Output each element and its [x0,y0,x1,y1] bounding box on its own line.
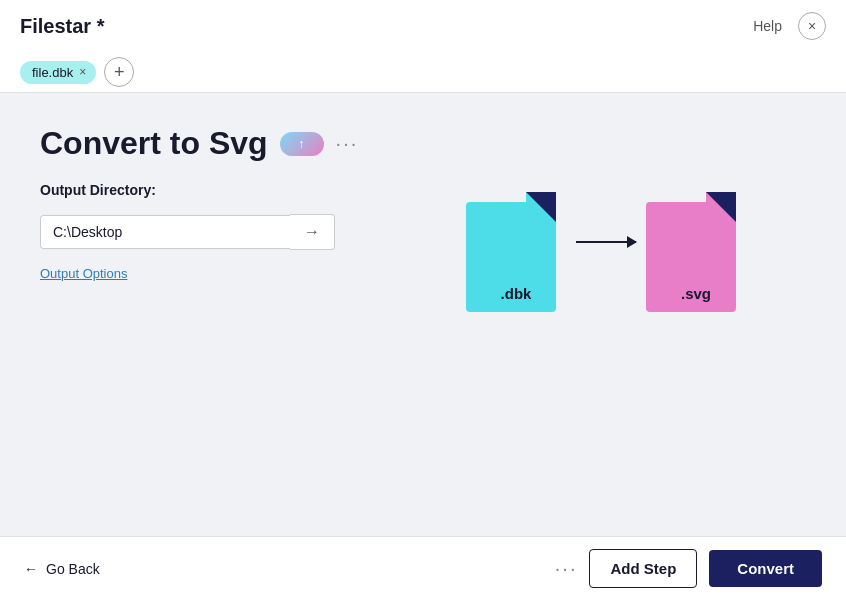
arrow-connector [576,241,636,243]
output-dir-input-row: → [40,214,340,250]
convert-button[interactable]: Convert [709,550,822,587]
upload-toggle[interactable]: ↑ [280,132,324,156]
source-corner-shape [526,192,556,222]
file-tab-label: file.dbk [32,65,73,80]
page-more-dots[interactable]: ··· [336,132,359,155]
go-back-button[interactable]: ← Go Back [24,561,100,577]
upload-arrow-icon: ↑ [298,136,305,151]
output-dir-label: Output Directory: [40,182,340,198]
browse-button[interactable]: → [290,214,335,250]
header-top: Filestar * Help × [20,0,826,52]
source-file-label: .dbk [466,285,566,302]
output-options-link[interactable]: Output Options [40,266,127,281]
footer: ← Go Back ··· Add Step Convert [0,536,846,600]
help-link[interactable]: Help [753,18,782,34]
header: Filestar * Help × file.dbk × + [0,0,846,93]
add-step-button[interactable]: Add Step [589,549,697,588]
page-title: Convert to Svg [40,125,268,162]
left-panel: Output Directory: → Output Options [40,182,340,281]
header-right: Help × [753,12,826,40]
close-button[interactable]: × [798,12,826,40]
add-tab-button[interactable]: + [104,57,134,87]
footer-right: ··· Add Step Convert [555,549,822,588]
back-arrow-icon: ← [24,561,38,577]
main-content: Convert to Svg ↑ ··· Output Directory: →… [0,93,846,536]
file-tab-close-icon[interactable]: × [79,66,86,78]
conversion-visual: .dbk .svg [466,192,746,312]
target-corner-shape [706,192,736,222]
arrow-line [576,241,636,243]
output-dir-input[interactable] [40,215,290,249]
app-title: Filestar * [20,15,104,38]
file-tab[interactable]: file.dbk × [20,61,96,84]
source-file-icon: .dbk [466,192,566,312]
go-back-label: Go Back [46,561,100,577]
target-file-icon: .svg [646,192,746,312]
footer-more-dots[interactable]: ··· [555,557,578,580]
target-file-label: .svg [646,285,746,302]
page-header: Convert to Svg ↑ ··· [40,125,806,162]
content-area: Output Directory: → Output Options .dbk [40,182,806,312]
tabs-row: file.dbk × + [20,52,826,92]
